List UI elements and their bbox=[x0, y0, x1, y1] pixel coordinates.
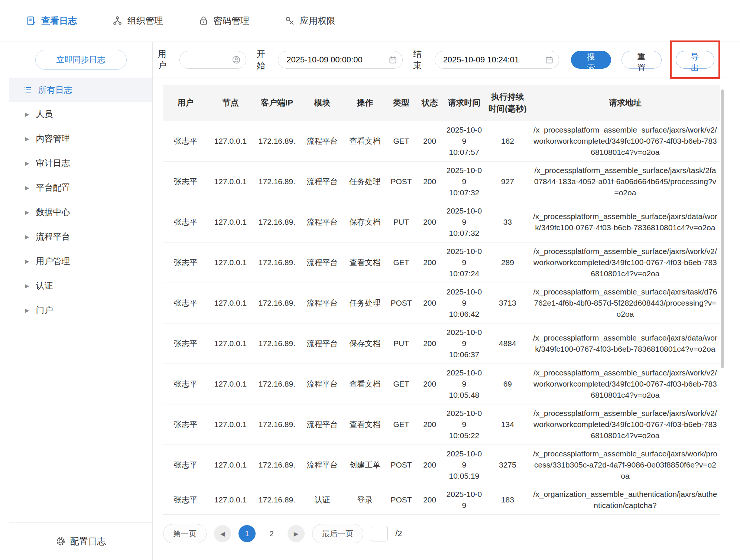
table-cell: 200 bbox=[416, 323, 443, 364]
page-total-label: /2 bbox=[395, 529, 402, 538]
start-filter-label: 开始 bbox=[257, 48, 273, 71]
table-row: 张志平127.0.0.1172.16.89.流程平台保存文档PUT2002025… bbox=[163, 202, 720, 242]
table-cell: 200 bbox=[416, 445, 443, 485]
table-scrollbar[interactable] bbox=[721, 89, 724, 368]
table-cell: POST bbox=[386, 283, 416, 323]
table-cell: 张志平 bbox=[163, 202, 208, 242]
pagination: 第一页 ◀ 1 2 ▶ 最后一页 /2 bbox=[163, 524, 731, 543]
table-cell: 流程平台 bbox=[301, 202, 344, 242]
table-cell: 4884 bbox=[485, 323, 530, 364]
tab-label: 查看日志 bbox=[41, 15, 77, 27]
sidebar-item[interactable]: ▶流程平台 bbox=[9, 224, 152, 249]
sidebar-item[interactable]: ▶人员 bbox=[9, 102, 152, 126]
first-page-button[interactable]: 第一页 bbox=[163, 524, 207, 543]
table-cell: 200 bbox=[416, 242, 443, 283]
table-row: 张志平127.0.0.1172.16.89.认证登录POST2002025-10… bbox=[163, 485, 720, 515]
chevron-right-icon: ▶ bbox=[25, 258, 29, 264]
export-button[interactable]: 导出 bbox=[676, 51, 714, 69]
table-cell: GET bbox=[386, 242, 416, 283]
sidebar-item-label: 人员 bbox=[36, 108, 53, 120]
main-panel: 用户 开始 结束 bbox=[153, 42, 740, 560]
table-cell: 流程平台 bbox=[301, 364, 344, 404]
log-table-container: 用户节点客户端IP模块操作类型状态请求时间执行持续时间(毫秒)请求地址 张志平1… bbox=[163, 85, 720, 516]
end-date-input[interactable] bbox=[442, 55, 545, 65]
table-row: 张志平127.0.0.1172.16.89.流程平台保存文档PUT2002025… bbox=[163, 323, 720, 364]
list-icon bbox=[23, 85, 32, 94]
search-button[interactable]: 搜索 bbox=[571, 51, 611, 69]
table-cell: 200 bbox=[416, 364, 443, 404]
tab-app-permissions[interactable]: 应用权限 bbox=[285, 15, 335, 27]
table-cell: 172.16.89. bbox=[253, 404, 301, 445]
sidebar-item[interactable]: ▶用户管理 bbox=[9, 249, 152, 273]
table-cell: 127.0.0.1 bbox=[208, 323, 253, 364]
table-cell: 任务处理 bbox=[344, 162, 386, 202]
table-cell: /x_processplatform_assemble_surface/jaxr… bbox=[530, 364, 720, 404]
table-cell: 2025-10-0910:06:37 bbox=[443, 323, 485, 364]
org-chart-icon bbox=[112, 16, 123, 26]
table-cell: 2025-10-0910:05:19 bbox=[443, 445, 485, 485]
log-table-body: 张志平127.0.0.1172.16.89.流程平台查看文档GET2002025… bbox=[163, 121, 720, 515]
sidebar-item-label: 认证 bbox=[36, 280, 53, 292]
tab-password-management[interactable]: 密码管理 bbox=[198, 15, 249, 27]
start-date-input[interactable] bbox=[286, 55, 389, 65]
sidebar-item-label: 所有日志 bbox=[38, 84, 72, 96]
table-cell: 183 bbox=[485, 485, 530, 515]
table-cell: 张志平 bbox=[163, 445, 208, 485]
table-cell: 张志平 bbox=[163, 283, 208, 323]
chevron-right-icon: ▶ bbox=[25, 307, 29, 313]
table-cell: GET bbox=[386, 404, 416, 445]
sidebar-sync-area: 立即同步日志 bbox=[9, 42, 152, 78]
table-row: 张志平127.0.0.1172.16.89.流程平台查看文档GET2002025… bbox=[163, 121, 720, 162]
tab-view-logs[interactable]: 查看日志 bbox=[26, 15, 77, 27]
key-icon bbox=[285, 16, 295, 26]
chevron-right-icon: ▶ bbox=[25, 160, 29, 166]
table-cell: GET bbox=[386, 121, 416, 162]
user-filter-input[interactable] bbox=[187, 55, 232, 65]
sidebar-item[interactable]: ▶数据中心 bbox=[9, 200, 152, 224]
chevron-right-icon: ▶ bbox=[25, 185, 29, 191]
table-cell: 69 bbox=[485, 364, 530, 404]
sidebar-item[interactable]: ▶认证 bbox=[9, 273, 152, 298]
export-button-wrap: 导出 bbox=[676, 51, 714, 69]
calendar-icon[interactable] bbox=[545, 56, 554, 64]
sidebar-item-all-logs[interactable]: 所有日志 bbox=[9, 78, 152, 102]
table-cell: 200 bbox=[416, 485, 443, 515]
sidebar-item[interactable]: ▶平台配置 bbox=[9, 175, 152, 200]
config-logs-button[interactable]: 配置日志 bbox=[9, 522, 152, 560]
table-cell: 200 bbox=[416, 202, 443, 242]
last-page-button[interactable]: 最后一页 bbox=[312, 524, 363, 543]
table-cell: 流程平台 bbox=[301, 404, 344, 445]
sidebar-item-label: 内容管理 bbox=[36, 133, 70, 144]
table-cell: 127.0.0.1 bbox=[208, 404, 253, 445]
next-page-icon[interactable]: ▶ bbox=[288, 525, 305, 542]
page-jump-input[interactable] bbox=[371, 526, 388, 541]
table-cell: 张志平 bbox=[163, 242, 208, 283]
table-cell: 127.0.0.1 bbox=[208, 242, 253, 283]
table-cell: 172.16.89. bbox=[253, 445, 301, 485]
calendar-icon[interactable] bbox=[389, 56, 397, 64]
sidebar-item[interactable]: ▶内容管理 bbox=[9, 126, 152, 151]
tab-org-management[interactable]: 组织管理 bbox=[112, 15, 163, 27]
sidebar-item-label: 平台配置 bbox=[36, 182, 70, 193]
sync-logs-button[interactable]: 立即同步日志 bbox=[35, 50, 127, 70]
table-cell: 927 bbox=[485, 162, 530, 202]
table-cell: 2025-10-0910:06:42 bbox=[443, 283, 485, 323]
chevron-right-icon: ▶ bbox=[25, 283, 29, 289]
page-button-2[interactable]: 2 bbox=[263, 525, 280, 542]
table-row: 张志平127.0.0.1172.16.89.流程平台查看文档GET2002025… bbox=[163, 364, 720, 404]
table-cell: 查看文档 bbox=[344, 404, 386, 445]
column-header: 请求时间 bbox=[443, 85, 485, 121]
table-cell: 流程平台 bbox=[301, 323, 344, 364]
prev-page-icon[interactable]: ◀ bbox=[214, 525, 231, 542]
sidebar-item[interactable]: ▶审计日志 bbox=[9, 151, 152, 175]
top-nav: 查看日志 组织管理 密码管理 应用权限 bbox=[0, 0, 740, 42]
reset-button[interactable]: 重置 bbox=[621, 51, 662, 69]
table-cell: 162 bbox=[485, 121, 530, 162]
column-header: 操作 bbox=[344, 85, 386, 121]
page-button-1[interactable]: 1 bbox=[238, 525, 256, 542]
table-cell: 流程平台 bbox=[301, 445, 344, 485]
sidebar-item[interactable]: ▶门户 bbox=[9, 298, 152, 322]
table-cell: 127.0.0.1 bbox=[208, 202, 253, 242]
table-cell: 查看文档 bbox=[344, 242, 386, 283]
table-cell: 流程平台 bbox=[301, 121, 344, 162]
